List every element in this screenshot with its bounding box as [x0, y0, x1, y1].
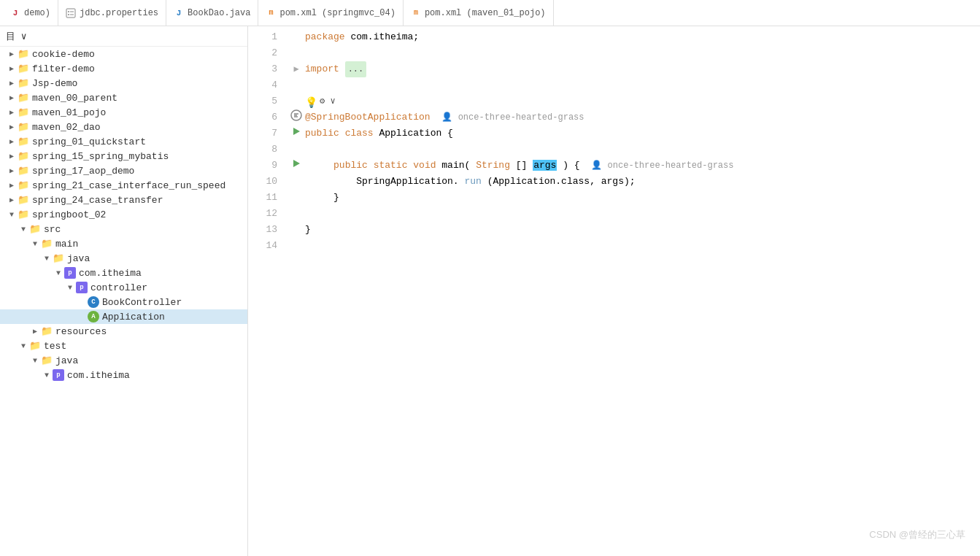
- action-icon: ⚙️ ∨: [320, 96, 336, 107]
- run-gutter-9[interactable]: [288, 158, 305, 169]
- run-button-7[interactable]: [290, 126, 302, 137]
- code-content-11: }: [305, 190, 980, 206]
- args-type: []: [516, 160, 533, 171]
- sidebar-item-resources[interactable]: ▶ 📁 resources: [0, 324, 247, 339]
- kw-package: package: [305, 31, 345, 42]
- item-label-application: Application: [102, 312, 247, 323]
- item-label-com-itheima2: com.itheima: [67, 370, 247, 381]
- item-label-filter-demo: filter-demo: [32, 63, 247, 74]
- item-label-resources: resources: [55, 326, 247, 337]
- close-brace-class: }: [305, 224, 311, 235]
- sidebar-header[interactable]: 目 ∨: [0, 26, 247, 47]
- code-content-1: package com.itheima;: [305, 29, 980, 45]
- package-icon: p: [76, 282, 88, 293]
- item-label-spring-21-interface: spring_21_case_interface_run_speed: [32, 180, 247, 191]
- arrow-icon: ▶: [6, 92, 18, 104]
- sidebar-item-springboot-02[interactable]: ▼ 📁 springboot_02: [0, 207, 247, 222]
- run-gutter-7[interactable]: [288, 126, 305, 137]
- package-name: com.itheima;: [350, 31, 419, 42]
- kw-void: void: [413, 160, 436, 171]
- tab-jdbc[interactable]: jdbc.properties: [58, 0, 166, 26]
- annotation-icon: [290, 109, 302, 121]
- run-triangle-7: [293, 128, 300, 135]
- xml-icon-maven: m: [411, 8, 421, 18]
- arrow-icon: ▼: [18, 223, 29, 235]
- main-layout: 目 ∨ ▶ 📁 cookie-demo ▶ 📁 filter-demo ▶ 📁 …: [0, 26, 980, 556]
- sidebar-item-spring-01-quickstart[interactable]: ▶ 📁 spring_01_quickstart: [0, 134, 247, 149]
- arrow-icon: ▶: [6, 63, 18, 74]
- kw-string: String: [476, 160, 510, 171]
- sidebar-item-cookie-demo[interactable]: ▶ 📁 cookie-demo: [0, 47, 247, 61]
- folder-icon: 📁: [18, 136, 29, 147]
- folder-icon: 📁: [18, 194, 29, 206]
- item-label-spring-24-transfer: spring_24_case_transfer: [32, 195, 247, 206]
- tab-demo[interactable]: J demo): [3, 0, 58, 26]
- line-numbers: 1 2 3 4 5 6 7 8 9 10 11 12 13 14: [248, 29, 285, 254]
- code-line-6: @SpringBootApplication 👤 once-three-hear…: [288, 109, 980, 126]
- package-icon: p: [64, 267, 76, 279]
- arrow-icon: ▶: [6, 179, 18, 191]
- lamp-icon[interactable]: 💡: [305, 95, 317, 111]
- run-button-9[interactable]: [290, 158, 302, 169]
- arrow-icon: ▶: [6, 48, 18, 60]
- tab-pom-maven[interactable]: m pom.xml (maven_01_pojo): [404, 0, 554, 26]
- code-content-6: @SpringBootApplication 👤 once-three-hear…: [305, 109, 980, 126]
- sidebar-item-com-itheima[interactable]: ▼ p com.itheima: [0, 266, 247, 280]
- svg-rect-0: [66, 9, 75, 18]
- sidebar-item-test[interactable]: ▼ 📁 test: [0, 339, 247, 353]
- tab-bookdao[interactable]: J BookDao.java: [166, 0, 258, 26]
- sidebar-item-controller[interactable]: ▼ p controller: [0, 280, 247, 295]
- sidebar-item-spring-15-mybatis[interactable]: ▶ 📁 spring_15_spring_mybatis: [0, 149, 247, 163]
- xml-icon-springmvc: m: [266, 8, 276, 18]
- folder-icon: 📁: [18, 63, 29, 74]
- code-content-12: [305, 206, 980, 222]
- folder-icon-resources: 📁: [41, 325, 53, 337]
- sidebar-item-src[interactable]: ▼ 📁 src: [0, 222, 247, 236]
- sidebar-item-spring-24-transfer[interactable]: ▶ 📁 spring_24_case_transfer: [0, 193, 247, 207]
- indent-11: [305, 192, 328, 203]
- code-content-5: 💡 ⚙️ ∨: [305, 93, 980, 109]
- arrow-icon: ▼: [18, 340, 29, 352]
- svg-point-3: [68, 14, 69, 15]
- sidebar-item-maven-00-parent[interactable]: ▶ 📁 maven_00_parent: [0, 90, 247, 105]
- collapse-arrow: ▶: [293, 61, 298, 77]
- editor-area[interactable]: 1 2 3 4 5 6 7 8 9 10 11 12 13 14: [248, 26, 980, 556]
- code-line-11: }: [288, 190, 980, 206]
- run-gutter-6: [288, 109, 305, 121]
- sidebar-item-book-controller[interactable]: C BookController: [0, 295, 247, 309]
- tab-bookdao-label: BookDao.java: [188, 8, 250, 18]
- code-line-12: [288, 206, 980, 222]
- author-label-9: 👤 once-three-hearted-grass: [591, 161, 733, 171]
- item-label-spring-17-aop-demo: spring_17_aop_demo: [32, 166, 247, 177]
- item-label-java2: java: [55, 355, 247, 366]
- arrow-icon: ▶: [6, 136, 18, 147]
- arrow-icon: ▼: [41, 252, 53, 264]
- kw-public-2: public: [333, 160, 368, 171]
- sidebar-item-maven-01-pojo[interactable]: ▶ 📁 maven_01_pojo: [0, 105, 247, 120]
- sidebar-item-maven-02-dao[interactable]: ▶ 📁 maven_02_dao: [0, 120, 247, 134]
- code-line-10: SpringApplication. run (Application.clas…: [288, 174, 980, 190]
- kw-class: class: [345, 128, 374, 139]
- action-hint[interactable]: ⚙️ ∨: [320, 96, 336, 107]
- code-line-3: ▶ import ...: [288, 61, 980, 77]
- sidebar-item-application[interactable]: A Application: [0, 309, 247, 324]
- sidebar-item-java2[interactable]: ▼ 📁 java: [0, 353, 247, 368]
- sidebar-item-filter-demo[interactable]: ▶ 📁 filter-demo: [0, 61, 247, 76]
- import-ellipsis: ...: [345, 63, 367, 74]
- sidebar-item-java[interactable]: ▼ 📁 java: [0, 251, 247, 266]
- svg-point-1: [68, 11, 69, 12]
- sidebar-item-jsp-demo[interactable]: ▶ 📁 Jsp-demo: [0, 76, 247, 90]
- sidebar: 目 ∨ ▶ 📁 cookie-demo ▶ 📁 filter-demo ▶ 📁 …: [0, 26, 248, 556]
- sidebar-item-spring-17-aop-demo[interactable]: ▶ 📁 spring_17_aop_demo: [0, 163, 247, 178]
- sidebar-item-com-itheima2[interactable]: ▼ p com.itheima: [0, 368, 247, 382]
- folder-icon: 📁: [18, 92, 29, 104]
- item-label-main: main: [55, 239, 247, 250]
- code-line-5: 💡 ⚙️ ∨: [288, 93, 980, 109]
- code-container: 1 2 3 4 5 6 7 8 9 10 11 12 13 14: [248, 26, 980, 254]
- tab-pom-springmvc[interactable]: m pom.xml (springmvc_04): [258, 0, 403, 26]
- sidebar-item-main[interactable]: ▼ 📁 main: [0, 236, 247, 251]
- code-line-8: [288, 142, 980, 158]
- code-content-13: }: [305, 222, 980, 238]
- sidebar-item-spring-21-interface[interactable]: ▶ 📁 spring_21_case_interface_run_speed: [0, 178, 247, 193]
- java-file-icon-spring: A: [88, 311, 99, 323]
